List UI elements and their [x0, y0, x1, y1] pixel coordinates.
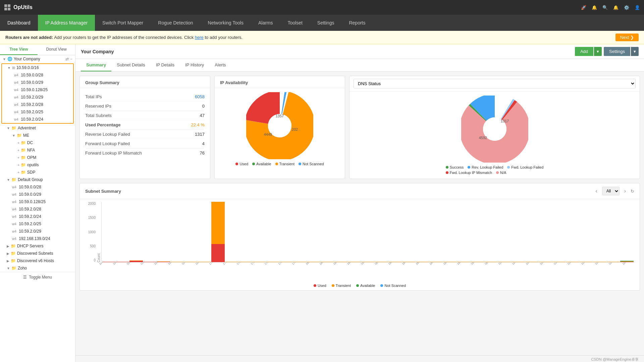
- sidebar-item-zoho[interactable]: ▼ 📁 Zoho: [0, 264, 75, 272]
- alert-link[interactable]: here: [195, 35, 204, 40]
- nav-settings[interactable]: Settings: [310, 15, 342, 31]
- gs-used-percentage: Used Percentage 22.4 %: [85, 120, 205, 130]
- app-logo: OpUtils: [4, 4, 581, 11]
- bar-group: [170, 202, 184, 262]
- tab-ip-details[interactable]: IP Details: [151, 59, 180, 71]
- bar-transient: [607, 262, 620, 262]
- bar-group: [279, 202, 293, 262]
- sidebar-item-dhcp[interactable]: ▶📁 DHCP Servers: [0, 242, 75, 250]
- content-tabs: Summary Subnet Details IP Details IP His…: [75, 59, 644, 72]
- bell-outline-icon[interactable]: 🔔: [592, 5, 597, 10]
- sidebar-item-1059-2024[interactable]: w4 10.59.2.0/24: [2, 116, 73, 123]
- sidebar-item-nfa[interactable]: +📁 NFA: [0, 146, 75, 154]
- sidebar-item-dg-192168139[interactable]: w4 192.168.139.0/24: [0, 235, 75, 242]
- subnet-summary-title: Subnet Summary: [85, 189, 121, 194]
- alertbar: Routers are not added: Add your routers …: [0, 31, 644, 44]
- sidebar-item-company[interactable]: ▼ 🌐 Your Company ⇄ −: [0, 55, 75, 63]
- sidebar-item-dg-1059-2028[interactable]: w4 10.59.2.0/28: [0, 205, 75, 213]
- sidebar-item-1059-2029[interactable]: w4 10.59.2.0/29: [2, 94, 73, 101]
- settings-dropdown-button[interactable]: ▾: [631, 47, 639, 56]
- next-button[interactable]: Next ❯: [615, 34, 639, 41]
- prev-arrow[interactable]: ‹: [593, 187, 599, 195]
- avatar-icon[interactable]: 👤: [635, 5, 640, 10]
- company-icon: 🌐: [7, 57, 12, 61]
- nav-toolset[interactable]: Toolset: [280, 15, 310, 31]
- legend-fwd-mismatch-dot: [446, 171, 448, 174]
- sidebar-item-adventnet[interactable]: ▼ 📁 Adventnet: [0, 124, 75, 132]
- tab-alerts[interactable]: Alerts: [209, 59, 231, 71]
- rocket-icon[interactable]: 🚀: [581, 5, 586, 10]
- sidebar-item-subnet-root[interactable]: ▼ ⊞ 10.59.0.0/16: [2, 64, 73, 71]
- legend-fwd-lookup-failed: Fwd. Lookup Failed: [507, 165, 543, 169]
- sidebar-item-dg-1059-2024[interactable]: w4 10.59.2.0/24: [0, 213, 75, 220]
- chart-legend-not-scanned-dot: [380, 284, 383, 287]
- tree-view-tab[interactable]: Tree View: [0, 44, 38, 55]
- donut-view-tab[interactable]: Donut View: [38, 44, 75, 55]
- bars-group: [102, 202, 634, 262]
- bar-transient: [498, 262, 511, 262]
- sidebar-item-10590028[interactable]: w4 10.59.0.0/28: [2, 71, 73, 79]
- nav-reports[interactable]: Reports: [341, 15, 373, 31]
- nav-networking-tools[interactable]: Networking Tools: [201, 15, 251, 31]
- sync-icon: ⇄: [65, 57, 69, 61]
- svg-rect-1: [8, 4, 10, 7]
- filter-dropdown[interactable]: All: [602, 187, 620, 195]
- dns-status-chart-area: 1317 4592 Success Re: [350, 92, 640, 179]
- settings-icon[interactable]: ⚙️: [624, 5, 629, 10]
- sidebar-item-dg-1059-2029[interactable]: w4 10.59.2.0/29: [0, 228, 75, 235]
- toggle-menu-label: Toggle Menu: [29, 275, 52, 280]
- sidebar-item-dg-1059-2025[interactable]: w4 10.59.2.0/25: [0, 220, 75, 228]
- sidebar-item-sdp[interactable]: +📁 SDP: [0, 169, 75, 176]
- main-title: Your Company: [81, 49, 114, 54]
- sidebar-item-1059-2025[interactable]: w4 10.59.2.0/25: [2, 108, 73, 116]
- bar-group: [184, 202, 198, 262]
- footer-credit: CSDN @ManageEngine卓享: [591, 357, 639, 362]
- gs-total-subnets: Total Subnets 47: [85, 111, 205, 120]
- legend-fwd-lookup-failed-dot: [507, 166, 510, 169]
- sidebar-item-discovered-v6[interactable]: ▶📁 Discovered v6 Hosts: [0, 257, 75, 264]
- sidebar-item-dg-10590028[interactable]: w4 10.59.0.0/28: [0, 183, 75, 191]
- legend-available: Available: [252, 162, 271, 166]
- sidebar-item-dc[interactable]: +📁 DC: [0, 139, 75, 146]
- gs-total-ips: Total IPs 6058: [85, 92, 205, 102]
- sidebar-item-discovered-subnets[interactable]: ▶📁 Discovered Subnets: [0, 250, 75, 257]
- notification-icon[interactable]: 🔔: [613, 5, 619, 10]
- settings-button[interactable]: Settings: [604, 47, 630, 56]
- gs-reserved-ips: Reserved IPs 0: [85, 102, 205, 111]
- sidebar-item-opm[interactable]: +📁 OPM: [0, 154, 75, 161]
- nav-alarms[interactable]: Alarms: [251, 15, 280, 31]
- bar-group: [620, 202, 634, 262]
- bar-transient: [307, 262, 320, 262]
- next-arrow[interactable]: ›: [622, 187, 628, 195]
- sidebar-item-dg-1059012825[interactable]: w4 10.59.0.128/25: [0, 198, 75, 205]
- nav-dashboard[interactable]: Dashboard: [0, 15, 38, 31]
- sidebar-item-1059-2028[interactable]: w4 10.59.2.0/28: [2, 101, 73, 108]
- group-summary-panel: Group Summary Total IPs 6058 Reserved IP…: [79, 76, 210, 179]
- bar-used: [143, 262, 157, 262]
- tab-ip-history[interactable]: IP History: [180, 59, 209, 71]
- legend-na-dot: [496, 171, 499, 174]
- bar-group: [375, 202, 388, 262]
- bar-group: [348, 202, 361, 262]
- bar-transient: [593, 262, 606, 262]
- sidebar-item-me[interactable]: ▼ 📁 ME: [0, 132, 75, 139]
- sidebar-item-10590029[interactable]: w4 10.59.0.0/29: [2, 79, 73, 86]
- svg-text:1317: 1317: [500, 119, 508, 123]
- add-dropdown-button[interactable]: ▾: [594, 47, 602, 56]
- add-button[interactable]: Add: [575, 47, 593, 56]
- sidebar-item-default-group[interactable]: ▼ 📁 Default Group: [0, 176, 75, 183]
- sidebar-item-1059012825[interactable]: w4 10.59.0.128/25: [2, 86, 73, 94]
- toggle-menu-button[interactable]: ☰ Toggle Menu: [0, 272, 75, 282]
- search-icon[interactable]: 🔍: [602, 5, 608, 10]
- refresh-icon[interactable]: ↻: [631, 189, 634, 194]
- dns-status-dropdown[interactable]: DNS Status: [354, 79, 636, 88]
- nav-rogue-detection[interactable]: Rogue Detection: [151, 15, 200, 31]
- nav-switch-port-mapper[interactable]: Switch Port Mapper: [95, 15, 151, 31]
- sidebar-item-oputils[interactable]: +📁 oputils: [0, 161, 75, 169]
- bar-group: [293, 202, 307, 262]
- tab-summary[interactable]: Summary: [81, 59, 111, 71]
- bars-area: [101, 202, 634, 262]
- nav-ip-address-manager[interactable]: IP Address Manager: [38, 15, 95, 31]
- sidebar-item-dg-10590029[interactable]: w4 10.59.0.0/29: [0, 191, 75, 198]
- tab-subnet-details[interactable]: Subnet Details: [111, 59, 151, 71]
